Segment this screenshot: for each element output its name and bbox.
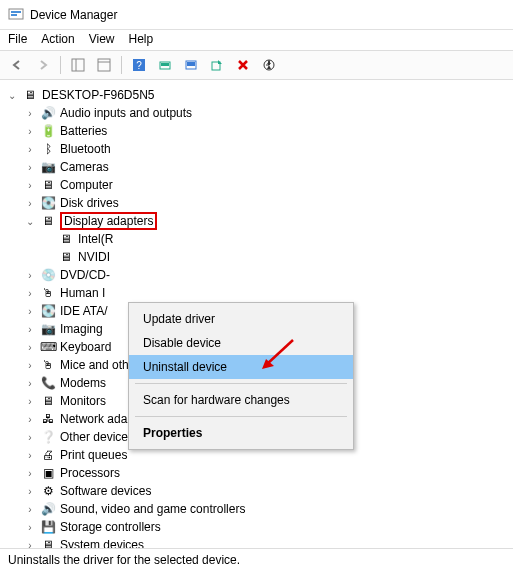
svg-marker-15 bbox=[267, 61, 271, 64]
root-label: DESKTOP-F96D5N5 bbox=[42, 88, 154, 102]
tree-item[interactable]: 🔊Sound, video and game controllers bbox=[24, 500, 513, 518]
app-icon bbox=[8, 7, 24, 23]
display-adapter-icon: 🖥 bbox=[58, 231, 74, 247]
tree-item-label: IDE ATA/ bbox=[60, 304, 108, 318]
update-driver-button[interactable] bbox=[180, 54, 202, 76]
device-icon: 🖧 bbox=[40, 411, 56, 427]
device-icon: 🔊 bbox=[40, 501, 56, 517]
tree-item[interactable]: 🖥System devices bbox=[24, 536, 513, 548]
device-icon: 🔋 bbox=[40, 123, 56, 139]
uninstall-device-button[interactable] bbox=[232, 54, 254, 76]
show-hide-tree-button[interactable] bbox=[67, 54, 89, 76]
tree-root[interactable]: 🖥 DESKTOP-F96D5N5 bbox=[6, 86, 513, 104]
computer-icon: 🖥 bbox=[22, 87, 38, 103]
chevron-right-icon[interactable] bbox=[24, 359, 36, 371]
tree-item-label: System devices bbox=[60, 538, 144, 548]
tree-item-label: Cameras bbox=[60, 160, 109, 174]
toolbar-separator bbox=[121, 56, 122, 74]
device-icon: ⌨ bbox=[40, 339, 56, 355]
scan-button[interactable] bbox=[154, 54, 176, 76]
svg-text:?: ? bbox=[136, 60, 142, 71]
tree-item[interactable]: 💾Storage controllers bbox=[24, 518, 513, 536]
chevron-down-icon[interactable] bbox=[24, 215, 36, 227]
tree-item[interactable]: 📷Cameras bbox=[24, 158, 513, 176]
menu-view[interactable]: View bbox=[89, 32, 115, 46]
chevron-right-icon[interactable] bbox=[24, 377, 36, 389]
help-button[interactable]: ? bbox=[128, 54, 150, 76]
tree-item-label: Audio inputs and outputs bbox=[60, 106, 192, 120]
chevron-right-icon[interactable] bbox=[24, 179, 36, 191]
ctx-uninstall-device[interactable]: Uninstall device bbox=[129, 355, 353, 379]
tree-item[interactable]: ⚙Software devices bbox=[24, 482, 513, 500]
menu-action[interactable]: Action bbox=[41, 32, 74, 46]
device-icon: 💾 bbox=[40, 519, 56, 535]
chevron-right-icon[interactable] bbox=[24, 323, 36, 335]
svg-rect-2 bbox=[11, 14, 17, 16]
menu-help[interactable]: Help bbox=[129, 32, 154, 46]
device-icon: 💽 bbox=[40, 303, 56, 319]
chevron-right-icon[interactable] bbox=[24, 413, 36, 425]
chevron-right-icon[interactable] bbox=[24, 161, 36, 173]
chevron-right-icon[interactable] bbox=[24, 125, 36, 137]
enable-device-button[interactable] bbox=[206, 54, 228, 76]
chevron-right-icon[interactable] bbox=[24, 305, 36, 317]
device-icon: 🖱 bbox=[40, 357, 56, 373]
chevron-right-icon[interactable] bbox=[24, 539, 36, 548]
tree-item[interactable]: ▣Processors bbox=[24, 464, 513, 482]
ctx-disable-device[interactable]: Disable device bbox=[129, 331, 353, 355]
chevron-right-icon[interactable] bbox=[24, 143, 36, 155]
device-tree[interactable]: 🖥 DESKTOP-F96D5N5 🔊Audio inputs and outp… bbox=[0, 80, 513, 548]
tree-item-label: Keyboard bbox=[60, 340, 111, 354]
device-icon: 📷 bbox=[40, 321, 56, 337]
tree-item-display-adapters[interactable]: 🖥Display adapters bbox=[24, 212, 513, 230]
chevron-right-icon[interactable] bbox=[24, 341, 36, 353]
tree-item[interactable]: 🔊Audio inputs and outputs bbox=[24, 104, 513, 122]
legacy-hw-button[interactable] bbox=[258, 54, 280, 76]
ctx-properties[interactable]: Properties bbox=[129, 421, 353, 445]
device-icon: 📷 bbox=[40, 159, 56, 175]
tree-item-label: Modems bbox=[60, 376, 106, 390]
chevron-right-icon[interactable] bbox=[24, 197, 36, 209]
menu-file[interactable]: File bbox=[8, 32, 27, 46]
ctx-separator bbox=[135, 383, 347, 384]
device-icon: ᛒ bbox=[40, 141, 56, 157]
tree-item[interactable]: ᛒBluetooth bbox=[24, 140, 513, 158]
device-icon: ❔ bbox=[40, 429, 56, 445]
chevron-right-icon[interactable] bbox=[24, 107, 36, 119]
chevron-right-icon[interactable] bbox=[24, 449, 36, 461]
tree-item[interactable]: 💽Disk drives bbox=[24, 194, 513, 212]
chevron-right-icon[interactable] bbox=[24, 269, 36, 281]
device-icon: 🖥 bbox=[40, 393, 56, 409]
tree-item[interactable]: 💿DVD/CD- bbox=[24, 266, 513, 284]
tree-item-label: Disk drives bbox=[60, 196, 119, 210]
menubar: File Action View Help bbox=[0, 30, 513, 50]
window-title: Device Manager bbox=[30, 8, 117, 22]
tree-item-adapter[interactable]: 🖥Intel(R bbox=[42, 230, 513, 248]
chevron-right-icon[interactable] bbox=[24, 431, 36, 443]
tree-item-label: Bluetooth bbox=[60, 142, 111, 156]
chevron-right-icon[interactable] bbox=[24, 503, 36, 515]
svg-rect-10 bbox=[161, 63, 169, 66]
forward-button[interactable] bbox=[32, 54, 54, 76]
ctx-update-driver[interactable]: Update driver bbox=[129, 307, 353, 331]
chevron-right-icon[interactable] bbox=[24, 395, 36, 407]
chevron-right-icon[interactable] bbox=[24, 287, 36, 299]
ctx-scan-hardware[interactable]: Scan for hardware changes bbox=[129, 388, 353, 412]
tree-item[interactable]: 🖱Human I bbox=[24, 284, 513, 302]
tree-item[interactable]: 🖥Computer bbox=[24, 176, 513, 194]
chevron-right-icon[interactable] bbox=[24, 485, 36, 497]
tree-item-adapter[interactable]: 🖥NVIDI bbox=[42, 248, 513, 266]
device-icon: 🖥 bbox=[40, 213, 56, 229]
context-menu: Update driver Disable device Uninstall d… bbox=[128, 302, 354, 450]
tree-item[interactable]: 🔋Batteries bbox=[24, 122, 513, 140]
tree-item-label: Human I bbox=[60, 286, 105, 300]
tree-item-label: Processors bbox=[60, 466, 120, 480]
back-button[interactable] bbox=[6, 54, 28, 76]
chevron-right-icon[interactable] bbox=[24, 521, 36, 533]
tree-item-label: Sound, video and game controllers bbox=[60, 502, 245, 516]
properties-button[interactable] bbox=[93, 54, 115, 76]
chevron-down-icon[interactable] bbox=[6, 89, 18, 101]
chevron-right-icon[interactable] bbox=[24, 467, 36, 479]
toolbar-separator bbox=[60, 56, 61, 74]
tree-item-label: Imaging bbox=[60, 322, 103, 336]
